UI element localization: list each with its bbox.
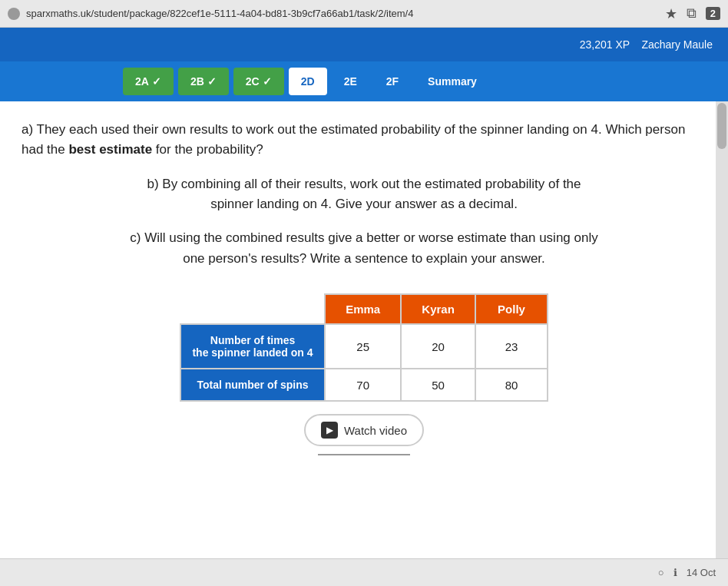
tab-2D-label: 2D [301, 75, 315, 88]
user-xp-info: 23,201 XP Zachary Maule [580, 38, 713, 51]
watch-video-button[interactable]: ▶ Watch video [304, 414, 424, 446]
question-a-bold: best estimate [68, 142, 152, 157]
header-bar: 23,201 XP Zachary Maule [0, 28, 728, 61]
video-icon: ▶ [321, 422, 338, 439]
tab-2B-label: 2B [190, 75, 204, 88]
question-c: c) Will using the combined results give … [22, 228, 706, 269]
url-bar[interactable]: sparxmaths.uk/student/package/822cef1e-5… [26, 8, 665, 19]
nav-tabs: 2A ✓ 2B ✓ 2C ✓ 2D 2E 2F Summary [0, 61, 728, 101]
tab-2A-check: ✓ [152, 75, 161, 88]
row-header-spins: Total number of spins [180, 369, 325, 401]
tab-2F-label: 2F [386, 75, 399, 88]
tab-2E-label: 2E [344, 75, 357, 88]
bottom-info: ○ ℹ 14 Oct [658, 567, 716, 578]
circle-icon: ○ [658, 567, 664, 578]
divider [318, 454, 410, 455]
question-b: b) By combining all of their results, wo… [22, 174, 706, 215]
browser-bar: sparxmaths.uk/student/package/822cef1e-5… [0, 0, 728, 28]
browser-actions: ★ ⧉ 2 [665, 5, 720, 22]
tab-2A[interactable]: 2A ✓ [123, 68, 174, 95]
tab-2A-label: 2A [135, 75, 149, 88]
tab-2B-check: ✓ [207, 75, 217, 88]
table-row-total-spins: Total number of spins 70 50 80 [180, 369, 548, 401]
info-icon: ℹ [673, 567, 677, 578]
play-icon: ▶ [326, 425, 333, 435]
tab-2C-check: ✓ [263, 75, 272, 88]
tab-2B[interactable]: 2B ✓ [178, 68, 229, 95]
row-header-landed: Number of timesthe spinner landed on 4 [180, 324, 325, 369]
kyran-spins: 50 [401, 369, 475, 401]
bottom-bar: ○ ℹ 14 Oct [0, 558, 728, 586]
emma-landed: 25 [325, 324, 401, 369]
browser-favicon [8, 8, 20, 20]
table-row-spinner-landed: Number of timesthe spinner landed on 4 2… [180, 324, 548, 369]
scrollbar[interactable] [716, 101, 728, 558]
col-header-polly: Polly [475, 294, 548, 324]
star-icon[interactable]: ★ [665, 5, 677, 22]
tab-2E[interactable]: 2E [332, 68, 369, 95]
tab-2D[interactable]: 2D [289, 68, 327, 95]
watch-video-label: Watch video [344, 424, 407, 437]
date-display: 14 Oct [687, 567, 716, 578]
tab-2C-label: 2C [246, 75, 260, 88]
xp-display: 23,201 XP [580, 38, 630, 51]
col-header-emma: Emma [325, 294, 401, 324]
table-wrapper: Emma Kyran Polly Number of timesthe spin… [22, 293, 706, 455]
tab-summary[interactable]: Summary [415, 68, 489, 95]
tab-summary-label: Summary [428, 75, 477, 88]
polly-landed: 23 [475, 324, 548, 369]
results-table: Emma Kyran Polly Number of timesthe spin… [180, 293, 548, 402]
main-content: a) They each used their own results to w… [0, 101, 728, 562]
tab-2C[interactable]: 2C ✓ [233, 68, 284, 95]
username-display: Zachary Maule [641, 38, 713, 51]
kyran-landed: 20 [401, 324, 475, 369]
tab-2F[interactable]: 2F [374, 68, 411, 95]
scrollbar-thumb[interactable] [717, 103, 726, 149]
question-a: a) They each used their own results to w… [22, 120, 706, 161]
tab-count[interactable]: 2 [706, 7, 720, 20]
emma-spins: 70 [325, 369, 401, 401]
col-header-kyran: Kyran [401, 294, 475, 324]
window-icon[interactable]: ⧉ [687, 5, 697, 22]
polly-spins: 80 [475, 369, 548, 401]
table-corner-cell [180, 294, 325, 324]
